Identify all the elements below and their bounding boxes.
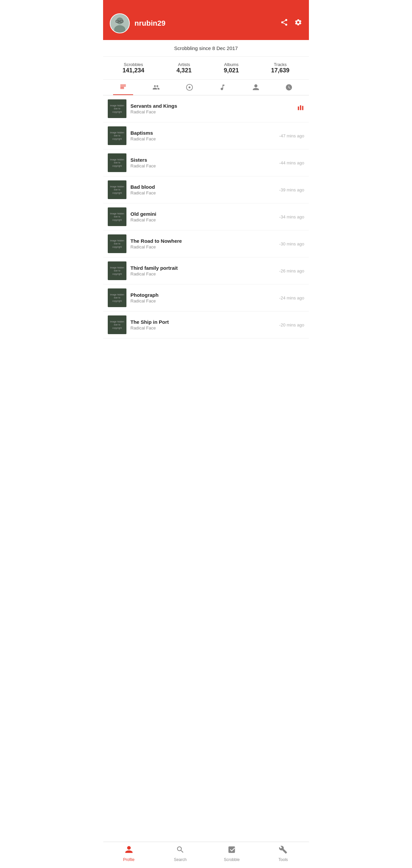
tab-friends[interactable] — [140, 80, 173, 95]
track-artist: Radical Face — [130, 326, 275, 331]
track-time: -44 mins ago — [279, 160, 304, 165]
track-info: Bad blood Radical Face — [130, 184, 275, 195]
tab-scrobbles[interactable] — [107, 80, 140, 95]
track-artist: Radical Face — [130, 190, 275, 195]
stat-value: 4,321 — [176, 67, 192, 74]
track-thumbnail: Image hidden due to copyright — [108, 315, 126, 334]
track-item[interactable]: Image hidden due to copyright Third fami… — [103, 257, 309, 284]
header-actions — [280, 18, 302, 28]
track-name: Old gemini — [130, 211, 275, 217]
track-name: Photograph — [130, 292, 275, 298]
track-item[interactable]: Image hidden due to copyright Old gemini… — [103, 204, 309, 230]
track-thumbnail: Image hidden due to copyright — [108, 99, 126, 118]
track-artist: Radical Face — [130, 136, 275, 142]
svg-rect-14 — [300, 105, 301, 111]
track-info: Photograph Radical Face — [130, 292, 275, 304]
stat-albums: Albums 9,021 — [224, 62, 239, 74]
svg-rect-15 — [302, 106, 303, 111]
app-header: nrubin29 — [103, 0, 309, 40]
track-thumbnail: Image hidden due to copyright — [108, 235, 126, 253]
track-item[interactable]: Image hidden due to copyright The Road t… — [103, 230, 309, 257]
track-item[interactable]: Image hidden due to copyright Sisters Ra… — [103, 149, 309, 177]
track-name: Sisters — [130, 157, 275, 163]
track-artist: Radical Face — [130, 244, 275, 249]
share-icon[interactable] — [280, 18, 288, 28]
svg-point-1 — [116, 17, 123, 24]
track-name: Servants and Kings — [130, 103, 293, 109]
stat-label: Albums — [224, 62, 239, 67]
track-info: The Road to Nowhere Radical Face — [130, 238, 275, 249]
svg-point-8 — [285, 24, 287, 26]
track-info: Third family portrait Radical Face — [130, 265, 275, 276]
track-artist: Radical Face — [130, 217, 275, 222]
track-time: -30 mins ago — [279, 241, 304, 246]
svg-line-9 — [283, 23, 286, 24]
track-item[interactable]: Image hidden due to copyright The Ship i… — [103, 311, 309, 338]
track-time: -47 mins ago — [279, 133, 304, 138]
track-item[interactable]: Image hidden due to copyright Photograph… — [103, 284, 309, 311]
avatar — [110, 13, 130, 33]
scrobbling-since: Scrobbling since 8 Dec 2017 — [103, 40, 309, 57]
now-playing-icon — [297, 104, 304, 113]
tab-recent[interactable] — [272, 80, 306, 95]
track-time: -20 mins ago — [279, 322, 304, 328]
track-thumbnail: Image hidden due to copyright — [108, 261, 126, 280]
track-info: Baptisms Radical Face — [130, 130, 275, 142]
track-list: Image hidden due to copyright Servants a… — [103, 95, 309, 338]
username-label: nrubin29 — [135, 19, 166, 28]
settings-icon[interactable] — [294, 18, 302, 28]
tab-albums[interactable] — [173, 80, 206, 95]
track-info: Sisters Radical Face — [130, 157, 275, 168]
track-info: The Ship in Port Radical Face — [130, 319, 275, 331]
stat-value: 17,639 — [271, 67, 290, 74]
stat-label: Artists — [176, 62, 192, 67]
track-time: -24 mins ago — [279, 296, 304, 301]
tab-tracks[interactable] — [206, 80, 239, 95]
track-name: The Ship in Port — [130, 319, 275, 325]
track-artist: Radical Face — [130, 299, 275, 304]
track-thumbnail: Image hidden due to copyright — [108, 180, 126, 199]
svg-point-6 — [285, 19, 287, 21]
svg-rect-13 — [298, 106, 299, 110]
tabs-bar — [103, 80, 309, 95]
track-name: The Road to Nowhere — [130, 238, 275, 244]
track-thumbnail: Image hidden due to copyright — [108, 126, 126, 145]
track-info: Servants and Kings Radical Face — [130, 103, 293, 114]
track-name: Third family portrait — [130, 265, 275, 271]
track-info: Old gemini Radical Face — [130, 211, 275, 222]
track-name: Baptisms — [130, 130, 275, 136]
svg-point-12 — [188, 86, 190, 88]
stat-label: Tracks — [271, 62, 290, 67]
track-artist: Radical Face — [130, 110, 293, 114]
stat-artists: Artists 4,321 — [176, 62, 192, 74]
stat-value: 141,234 — [122, 67, 144, 74]
track-thumbnail: Image hidden due to copyright — [108, 153, 126, 172]
track-item[interactable]: Image hidden due to copyright Bad blood … — [103, 177, 309, 204]
stat-scrobbles: Scrobbles 141,234 — [122, 62, 144, 74]
tab-artists[interactable] — [239, 80, 272, 95]
track-artist: Radical Face — [130, 163, 275, 168]
track-thumbnail: Image hidden due to copyright — [108, 208, 126, 226]
track-artist: Radical Face — [130, 272, 275, 276]
track-name: Bad blood — [130, 184, 275, 190]
track-time: -34 mins ago — [279, 214, 304, 219]
stat-label: Scrobbles — [122, 62, 144, 67]
user-info: nrubin29 — [110, 13, 166, 33]
stats-section: Scrobbles 141,234 Artists 4,321 Albums 9… — [103, 57, 309, 80]
stat-tracks: Tracks 17,639 — [271, 62, 290, 74]
track-thumbnail: Image hidden due to copyright — [108, 288, 126, 307]
track-time: -26 mins ago — [279, 269, 304, 273]
svg-point-7 — [281, 21, 283, 23]
track-item[interactable]: Image hidden due to copyright Servants a… — [103, 95, 309, 122]
track-item[interactable]: Image hidden due to copyright Baptisms R… — [103, 122, 309, 149]
stat-value: 9,021 — [224, 67, 239, 74]
track-time: -39 mins ago — [279, 187, 304, 192]
svg-line-10 — [283, 21, 286, 22]
